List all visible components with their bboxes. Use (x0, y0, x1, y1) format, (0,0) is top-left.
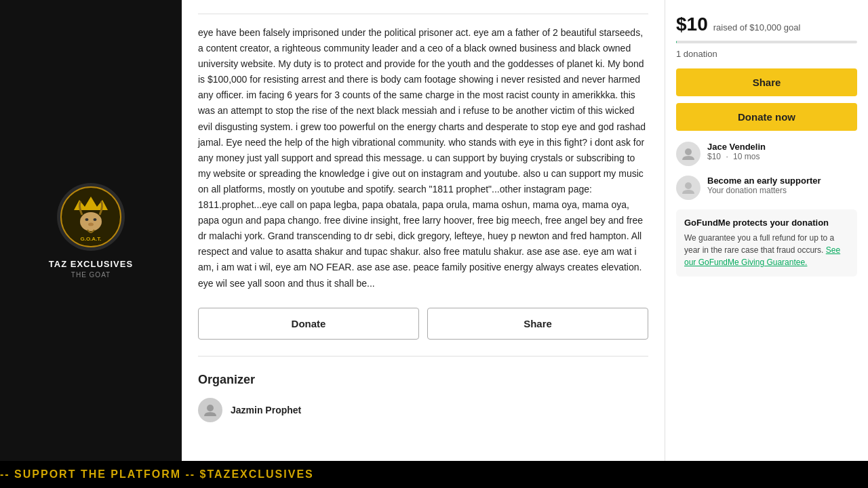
right-panel: $10 raised of $10,000 goal 1 donation Sh… (665, 0, 868, 461)
story-text: eye have been falsely imprisoned under t… (198, 25, 648, 291)
early-supporter-info: Become an early supporter Your donation … (707, 176, 857, 195)
svg-point-9 (685, 182, 692, 189)
guarantee-text: We guarantee you a full refund for up to… (684, 232, 849, 268)
action-buttons: Donate Share (198, 308, 648, 340)
early-supporter-avatar (676, 176, 701, 200)
svg-text:G.O.A.T.: G.O.A.T. (80, 236, 101, 242)
ticker-bar: -- SUPPORT THE PLATFORM -- $TAZEXCLUSIVE… (0, 461, 868, 488)
donor-time: 10 mos (733, 152, 760, 161)
svg-point-5 (88, 222, 94, 226)
donor-meta: $10 · 10 mos (707, 152, 857, 161)
mid-divider (198, 356, 648, 357)
sidebar-title: TAZ EXCLUSIVES (49, 259, 133, 269)
svg-point-8 (685, 148, 692, 155)
early-supporter-subtitle: Your donation matters (707, 186, 857, 195)
donation-count: 1 donation (676, 49, 857, 59)
organizer-avatar (198, 398, 222, 422)
early-supporter-row: Become an early supporter Your donation … (676, 176, 857, 200)
donate-button[interactable]: Donate (198, 308, 419, 340)
share-button[interactable]: Share (427, 308, 648, 340)
organizer-row: Jazmin Prophet (198, 398, 648, 422)
organizer-name: Jazmin Prophet (231, 405, 301, 415)
early-supporter-title: Become an early supporter (707, 176, 857, 186)
left-sidebar: G.O.A.T. TAZ EXCLUSIVES THE GOAT (0, 0, 182, 461)
guarantee-title: GoFundMe protects your donation (684, 218, 849, 228)
donor-amount: $10 (707, 152, 721, 161)
svg-point-3 (85, 218, 89, 221)
share-right-button[interactable]: Share (676, 68, 857, 96)
sidebar-subtitle: THE GOAT (71, 271, 111, 279)
ticker-text: -- SUPPORT THE PLATFORM -- $TAZEXCLUSIVE… (0, 468, 314, 481)
top-divider (198, 14, 648, 14)
main-content: eye have been falsely imprisoned under t… (182, 0, 665, 461)
goal-label: raised of $10,000 goal (713, 22, 801, 33)
organizer-section: Organizer Jazmin Prophet (198, 373, 648, 436)
donor-avatar (676, 142, 701, 166)
donor-info: Jace Vendelin $10 · 10 mos (707, 142, 857, 161)
amount-raised-row: $10 raised of $10,000 goal (676, 14, 857, 35)
organizer-heading: Organizer (198, 373, 648, 387)
donor-name: Jace Vendelin (707, 142, 857, 152)
dot-separator: · (726, 152, 728, 161)
donate-now-button[interactable]: Donate now (676, 103, 857, 131)
svg-point-4 (94, 218, 97, 221)
svg-point-2 (80, 212, 102, 231)
guarantee-box: GoFundMe protects your donation We guara… (676, 209, 857, 277)
donor-row: Jace Vendelin $10 · 10 mos (676, 142, 857, 166)
svg-point-7 (207, 405, 214, 411)
amount-raised: $10 (676, 14, 708, 35)
logo-container: G.O.A.T. (57, 183, 125, 251)
progress-bar-container (676, 41, 857, 43)
